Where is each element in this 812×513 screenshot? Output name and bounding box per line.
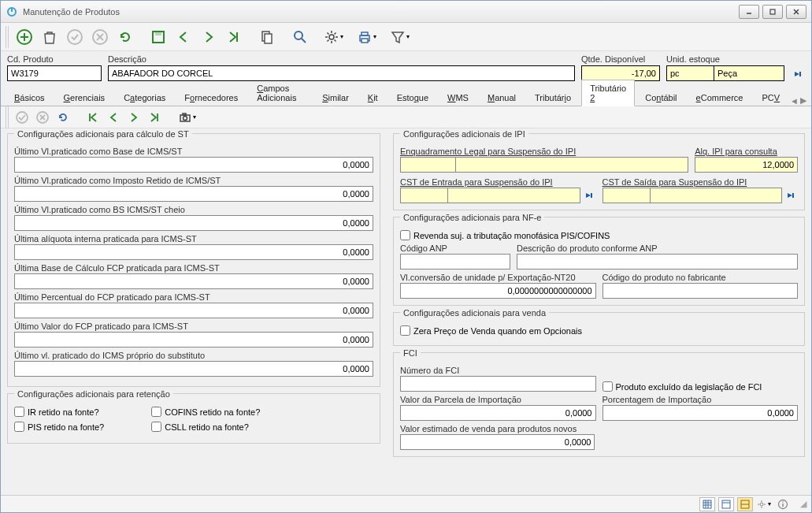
tab-fornecedores[interactable]: Fornecedores — [176, 89, 247, 106]
sb-gear-icon[interactable]: ▾ — [756, 497, 772, 511]
tab-gerenciais[interactable]: Gerenciais — [55, 89, 114, 106]
sub-confirm-button[interactable] — [13, 109, 31, 126]
alq-ipi-input[interactable] — [695, 157, 798, 173]
cst-saida-label[interactable]: CST de Saída para Suspensão do IPI — [603, 177, 799, 187]
unid-desc-input[interactable] — [714, 65, 784, 81]
cod-anp-input[interactable] — [400, 254, 510, 270]
st-row-input-3[interactable] — [14, 244, 373, 260]
unid-lookup-button[interactable] — [791, 67, 805, 81]
est-venda-input[interactable] — [400, 434, 595, 450]
st-row-label-2: Último Vl.praticado como BS ICMS/ST chei… — [14, 205, 373, 214]
copy-button[interactable] — [256, 26, 278, 48]
cst-entrada-desc[interactable] — [447, 188, 580, 203]
sb-form-icon[interactable] — [718, 497, 734, 511]
enq-ipi-label[interactable]: Enquadramento Legal para Suspensão do IP… — [400, 147, 688, 156]
desc-anp-input[interactable] — [517, 254, 798, 270]
save-button[interactable] — [147, 26, 169, 48]
add-button[interactable] — [13, 26, 35, 48]
filter-button[interactable]: ▾ — [388, 26, 410, 48]
num-fci-label: Número da FCI — [400, 366, 596, 375]
enq-ipi-code[interactable] — [400, 157, 455, 173]
sub-next-button[interactable] — [125, 109, 143, 126]
chk-excl-fci[interactable]: Produto excluído da legislação de FCI — [603, 381, 762, 392]
chk-ret-left-1[interactable]: PIS retido na fonte? — [14, 422, 104, 432]
conv-input[interactable] — [400, 283, 596, 299]
unid-code-input[interactable] — [666, 65, 714, 81]
cst-saida-lookup[interactable] — [784, 188, 798, 203]
tab-campos-adicionais[interactable]: Campos Adicionais — [248, 80, 312, 106]
tab-scroll-right[interactable]: ▶ — [800, 95, 806, 106]
tab-similar[interactable]: Similar — [313, 89, 358, 106]
sub-last-button[interactable] — [146, 109, 163, 126]
st-row-input-1[interactable] — [14, 186, 373, 202]
parc-imp-input[interactable] — [400, 405, 596, 421]
sb-grid-icon[interactable] — [699, 497, 715, 511]
minimize-button[interactable] — [739, 5, 759, 19]
sub-prev-button[interactable] — [105, 109, 122, 126]
svg-rect-23 — [362, 39, 368, 43]
tab-tributario-2[interactable]: Tributário 2 — [581, 80, 635, 106]
tab-categorias[interactable]: Categorias — [115, 89, 174, 106]
tab-contabil[interactable]: Contábil — [636, 89, 685, 106]
chk-zera-preco[interactable]: Zera Preço de Venda quando em Opcionais — [400, 325, 798, 336]
tab-estoque[interactable]: Estoque — [388, 89, 437, 106]
svg-point-18 — [295, 32, 302, 39]
sub-camera-button[interactable]: ▾ — [176, 109, 198, 126]
sub-cancel-button[interactable] — [34, 109, 51, 126]
desc-anp-label: Descrição do produto conforme ANP — [517, 243, 798, 253]
print-button[interactable]: ▾ — [355, 26, 377, 48]
next-button[interactable] — [198, 26, 220, 48]
st-row-input-6[interactable] — [14, 332, 373, 348]
alq-ipi-label[interactable]: Alq. IPI para consulta — [695, 147, 798, 156]
tab-kit[interactable]: Kit — [359, 89, 387, 106]
num-fci-input[interactable] — [400, 376, 596, 392]
last-button[interactable] — [223, 26, 245, 48]
chk-ret-left-0[interactable]: IR retido na fonte? — [14, 407, 104, 417]
resize-grip[interactable]: ◢ — [800, 499, 806, 509]
tab-pcv[interactable]: PCV — [753, 89, 788, 106]
st-row-input-7[interactable] — [14, 361, 373, 377]
chk-revenda[interactable]: Revenda suj. a tributação monofásica PIS… — [400, 230, 798, 240]
sb-split-icon[interactable] — [737, 497, 753, 511]
refresh-button[interactable] — [114, 26, 136, 48]
cst-entrada-code[interactable] — [400, 188, 447, 203]
sub-refresh-button[interactable] — [54, 109, 72, 126]
search-button[interactable] — [289, 26, 311, 48]
cst-entrada-label[interactable]: CST de Entrada para Suspensão do IPI — [400, 177, 596, 187]
st-row-input-2[interactable] — [14, 215, 373, 231]
descricao-input[interactable] — [108, 65, 575, 81]
close-button[interactable] — [786, 5, 806, 19]
chk-ret-right-1[interactable]: CSLL retido na fonte? — [151, 422, 260, 432]
svg-point-9 — [68, 30, 82, 44]
tab-tributario[interactable]: Tributário — [526, 89, 580, 106]
cancel-button[interactable] — [89, 26, 111, 48]
tab-wms[interactable]: WMS — [439, 89, 477, 106]
settings-button[interactable]: ▾ — [322, 26, 344, 48]
porc-imp-input[interactable] — [603, 405, 799, 421]
tab-scroll-left[interactable]: ◄ — [790, 96, 799, 106]
conv-label: Vl.conversão de unidade p/ Exportação-NT… — [400, 273, 596, 282]
sb-info-icon[interactable] — [775, 497, 791, 511]
delete-button[interactable] — [39, 26, 61, 48]
qtde-input[interactable] — [581, 65, 660, 81]
sub-first-button[interactable] — [84, 109, 102, 126]
confirm-button[interactable] — [64, 26, 86, 48]
prev-button[interactable] — [172, 26, 195, 48]
tab-ecommerce[interactable]: eCommerce — [688, 89, 752, 106]
cst-saida-code[interactable] — [603, 188, 650, 203]
tab-basicos[interactable]: Básicos — [6, 89, 54, 106]
cd-produto-input[interactable] — [7, 65, 102, 81]
st-row-label-5: Último Percentual do FCP praticado para … — [14, 292, 373, 302]
maximize-button[interactable] — [762, 5, 783, 19]
enq-ipi-desc[interactable] — [455, 157, 688, 173]
st-row-input-0[interactable] — [14, 157, 373, 173]
app-icon — [6, 6, 18, 18]
chk-ret-right-0[interactable]: COFINS retido na fonte? — [151, 407, 260, 417]
cst-entrada-lookup[interactable] — [582, 188, 596, 203]
cst-saida-desc[interactable] — [650, 188, 783, 203]
svg-rect-22 — [362, 32, 368, 35]
cod-fab-input[interactable] — [603, 283, 799, 299]
tab-manual[interactable]: Manual — [479, 89, 525, 106]
st-row-input-4[interactable] — [14, 273, 373, 289]
st-row-input-5[interactable] — [14, 303, 373, 318]
